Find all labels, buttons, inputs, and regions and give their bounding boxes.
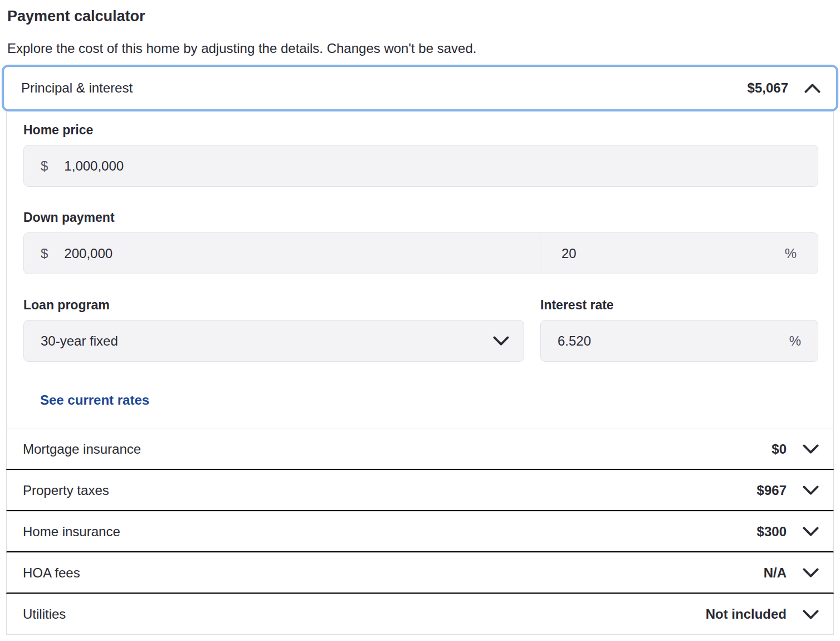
loan-rate-row: Loan program 30-year fixed Interest rate…: [23, 298, 818, 362]
down-payment-percent-segment: %: [540, 233, 818, 274]
down-payment-group: Down payment $ %: [23, 210, 818, 274]
home-price-input[interactable]: [64, 158, 801, 174]
chevron-up-icon: [804, 84, 821, 93]
chevron-down-icon: [803, 610, 819, 619]
down-payment-input[interactable]: [64, 246, 523, 261]
interest-rate-group: Interest rate %: [540, 298, 818, 362]
accordion-row-label: Home insurance: [23, 524, 757, 540]
chevron-down-icon: [803, 527, 819, 536]
principal-interest-panel: Home price $ Down payment $ %: [6, 111, 834, 429]
chevron-down-icon: [803, 444, 819, 454]
accordion-row-label: HOA fees: [23, 565, 764, 581]
accordion-row-utilities[interactable]: Utilities Not included: [6, 594, 834, 635]
accordion-row-property-taxes[interactable]: Property taxes $967: [6, 470, 834, 511]
loan-program-group: Loan program 30-year fixed: [23, 298, 524, 362]
page-subtitle: Explore the cost of this home by adjusti…: [7, 40, 833, 57]
accordion-row-mortgage-insurance[interactable]: Mortgage insurance $0: [6, 429, 834, 470]
accordion-row-label: Utilities: [23, 606, 706, 622]
down-payment-label: Down payment: [23, 210, 818, 225]
accordion-row-value: Not included: [706, 606, 787, 622]
home-price-group: Home price $: [23, 123, 818, 187]
loan-program-selected-value: 30-year fixed: [41, 333, 118, 349]
principal-interest-focus-ring: Principal & interest $5,067: [2, 65, 838, 111]
accordion-row-home-insurance[interactable]: Home insurance $300: [6, 511, 834, 552]
accordion-row-value: $0: [771, 441, 787, 457]
down-payment-cash-segment: $: [24, 233, 540, 274]
accordion-row-value: $967: [757, 483, 787, 498]
accordion-row-label: Property taxes: [23, 483, 757, 498]
down-payment-composite: $ %: [23, 232, 818, 274]
percent-suffix: %: [789, 333, 801, 349]
accordion-row-label: Mortgage insurance: [23, 441, 771, 457]
chevron-down-icon: [803, 485, 819, 495]
loan-program-select[interactable]: 30-year fixed: [23, 320, 524, 362]
dollar-prefix: $: [41, 158, 48, 174]
accordion-row-hoa-fees[interactable]: HOA fees N/A: [6, 552, 834, 594]
payment-calculator: Payment calculator Explore the cost of t…: [0, 0, 840, 635]
chevron-down-icon: [803, 568, 819, 577]
dollar-prefix: $: [41, 246, 48, 261]
payment-accordion: Principal & interest $5,067 Home price $…: [6, 65, 834, 635]
accordion-row-value: $300: [757, 524, 787, 540]
accordion-row-value: N/A: [764, 565, 787, 581]
interest-rate-inputbox: %: [540, 320, 818, 362]
home-price-label: Home price: [23, 123, 818, 137]
see-current-rates-link[interactable]: See current rates: [40, 392, 149, 408]
accordion-row-label: Principal & interest: [21, 80, 748, 96]
interest-rate-label: Interest rate: [540, 298, 818, 312]
accordion-header-principal-interest[interactable]: Principal & interest $5,067: [5, 68, 835, 108]
page-title: Payment calculator: [7, 8, 833, 25]
accordion-row-value: $5,067: [748, 80, 788, 96]
interest-rate-input[interactable]: [558, 333, 789, 349]
chevron-down-icon: [493, 336, 509, 346]
loan-program-label: Loan program: [23, 298, 524, 312]
down-payment-percent-input[interactable]: [561, 246, 785, 261]
home-price-inputbox: $: [23, 145, 818, 187]
percent-suffix: %: [785, 246, 797, 261]
